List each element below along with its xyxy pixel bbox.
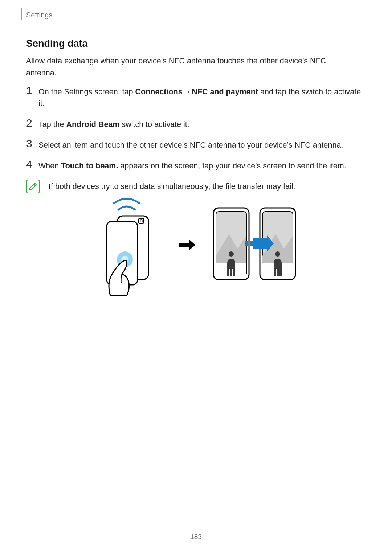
step-2: 2 Tap the Android Beam switch to activat… [26, 118, 367, 130]
step-text: When [38, 161, 61, 170]
step-body: On the Settings screen, tap Connections … [38, 85, 367, 110]
illustration [0, 192, 392, 297]
note-icon [26, 180, 40, 193]
svg-rect-16 [253, 241, 268, 246]
step-1: 1 On the Settings screen, tap Connection… [26, 85, 367, 110]
step-text: Tap the [38, 120, 66, 129]
steps-list: 1 On the Settings screen, tap Connection… [26, 80, 367, 193]
step-3: 3 Select an item and touch the other dev… [26, 138, 367, 151]
step-text: On the Settings screen, tap [38, 87, 135, 96]
note-row: If both devices try to send data simulta… [26, 180, 367, 193]
phones-touch-icon [92, 192, 165, 297]
step-4: 4 When Touch to beam. appears on the scr… [26, 159, 367, 172]
arrow-right-icon: → [183, 86, 192, 98]
step-number: 4 [26, 159, 38, 170]
svg-rect-1 [139, 218, 144, 223]
phones-transfer-icon [209, 201, 300, 288]
step-body: Tap the Android Beam switch to activate … [38, 118, 189, 130]
section-intro: Allow data exchange when your device’s N… [26, 55, 353, 79]
svg-point-13 [275, 251, 280, 257]
header-divider [21, 8, 22, 20]
step-text: Select an item and touch the other devic… [38, 141, 343, 149]
illustration-group [92, 192, 300, 297]
pencil-note-icon [29, 182, 37, 191]
svg-rect-14 [245, 241, 248, 246]
step-bold: NFC and payment [192, 87, 258, 96]
step-number: 3 [26, 138, 38, 149]
step-body: When Touch to beam. appears on the scree… [38, 159, 346, 172]
step-number: 2 [26, 118, 38, 128]
step-text: switch to activate it. [119, 120, 189, 129]
section-title: Sending data [26, 38, 88, 49]
step-bold: Touch to beam. [61, 161, 118, 170]
note-text: If both devices try to send data simulta… [49, 182, 295, 191]
step-number: 1 [26, 85, 38, 96]
step-bold: Android Beam [66, 120, 120, 129]
svg-rect-15 [250, 241, 253, 246]
page: Settings Sending data Allow data exchang… [0, 0, 392, 554]
step-text: appears on the screen, tap your device’s… [118, 161, 346, 170]
page-number: 183 [0, 533, 392, 541]
step-body: Select an item and touch the other devic… [38, 138, 343, 151]
arrow-right-icon [178, 238, 196, 252]
breadcrumb: Settings [26, 11, 52, 19]
step-bold: Connections [135, 87, 183, 96]
svg-point-9 [229, 251, 234, 257]
